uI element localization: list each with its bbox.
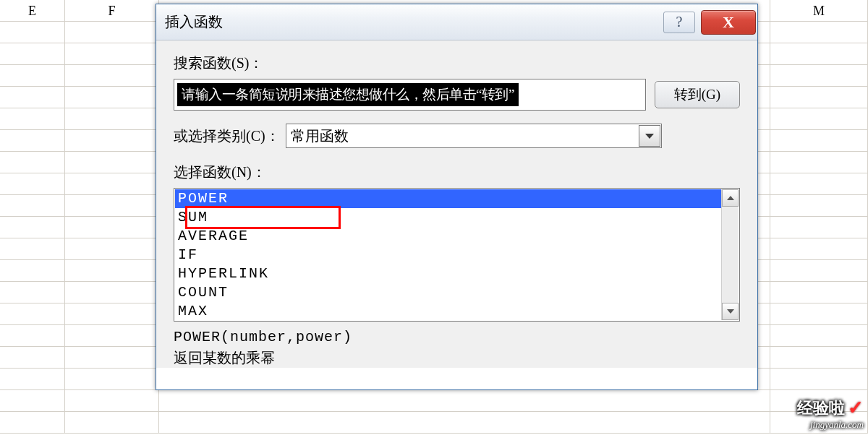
- dropdown-button[interactable]: [639, 125, 660, 147]
- watermark-text: 经验啦: [797, 397, 845, 419]
- col-header-E[interactable]: E: [0, 0, 65, 21]
- select-function-label: 选择函数(N)：: [174, 163, 740, 182]
- check-icon: ✓: [848, 397, 864, 419]
- list-item[interactable]: COUNT: [175, 283, 739, 302]
- scroll-up-button[interactable]: [722, 189, 739, 207]
- function-description: 返回某数的乘幂: [174, 348, 740, 368]
- category-value: 常用函数: [291, 126, 349, 146]
- scrollbar[interactable]: [721, 189, 739, 320]
- help-icon: ?: [676, 14, 683, 30]
- go-button[interactable]: 转到(G): [655, 81, 740, 108]
- col-header-M[interactable]: M: [770, 0, 868, 21]
- category-row: 或选择类别(C)： 常用函数: [174, 124, 740, 148]
- chevron-down-icon: [727, 309, 734, 314]
- search-input-text: 请输入一条简短说明来描述您想做什么，然后单击“转到”: [177, 83, 519, 106]
- watermark-url: jingyanla.com: [797, 419, 864, 431]
- chevron-down-icon: [645, 134, 654, 139]
- scroll-track[interactable]: [722, 207, 739, 303]
- list-item[interactable]: IF: [175, 246, 739, 264]
- scroll-down-button[interactable]: [722, 303, 739, 320]
- list-item[interactable]: SUM: [175, 208, 739, 227]
- list-item[interactable]: HYPERLINK: [175, 264, 739, 283]
- list-item[interactable]: AVERAGE: [175, 227, 739, 246]
- dialog-title: 插入函数: [165, 12, 663, 32]
- close-icon: X: [723, 13, 734, 32]
- search-input[interactable]: 请输入一条简短说明来描述您想做什么，然后单击“转到”: [174, 79, 646, 111]
- list-item[interactable]: POWER: [175, 189, 739, 208]
- chevron-up-icon: [727, 196, 734, 200]
- search-label: 搜索函数(S)：: [174, 53, 740, 73]
- insert-function-dialog: 插入函数 ? X 搜索函数(S)： 请输入一条简短说明来描述您想做什么，然后单击…: [156, 4, 758, 390]
- go-button-label: 转到(G): [674, 85, 720, 104]
- category-label: 或选择类别(C)：: [174, 126, 280, 146]
- listbox-wrap: POWER SUM AVERAGE IF HYPERLINK COUNT MAX: [174, 188, 740, 322]
- col-header-F[interactable]: F: [65, 0, 159, 21]
- close-button[interactable]: X: [701, 10, 756, 35]
- titlebar-buttons: ? X: [663, 4, 756, 40]
- search-row: 请输入一条简短说明来描述您想做什么，然后单击“转到” 转到(G): [174, 79, 740, 111]
- help-button[interactable]: ?: [663, 12, 695, 33]
- function-listbox[interactable]: POWER SUM AVERAGE IF HYPERLINK COUNT MAX: [174, 188, 740, 322]
- function-list: POWER SUM AVERAGE IF HYPERLINK COUNT MAX: [174, 189, 739, 322]
- category-select[interactable]: 常用函数: [286, 124, 662, 148]
- list-item[interactable]: MAX: [175, 302, 739, 321]
- function-signature: POWER(number,power): [174, 329, 740, 345]
- dialog-body: 搜索函数(S)： 请输入一条简短说明来描述您想做什么，然后单击“转到” 转到(G…: [156, 40, 757, 368]
- dialog-titlebar[interactable]: 插入函数 ? X: [156, 4, 757, 40]
- watermark: 经验啦 ✓ jingyanla.com: [797, 397, 864, 431]
